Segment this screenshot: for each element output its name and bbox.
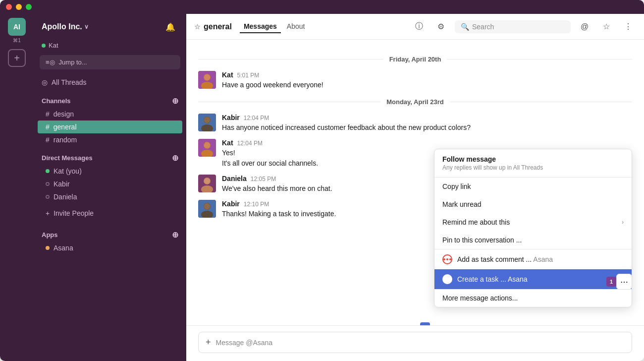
close-button[interactable] <box>6 4 12 10</box>
workspace-chevron-icon: ∨ <box>84 23 89 30</box>
asana-status-dot <box>46 246 50 250</box>
nav-rail: AI ⌘1 + <box>0 14 34 361</box>
search-bar[interactable]: 🔍 Search <box>455 20 571 33</box>
jump-to-button[interactable]: ≡◎ Jump to... <box>40 55 180 69</box>
more-options-button[interactable]: ⋯ <box>616 274 632 290</box>
more-icon[interactable]: ⋮ <box>620 19 636 35</box>
message-input-box[interactable]: + Message @Asana <box>198 332 632 353</box>
hash-icon: # <box>46 123 50 131</box>
add-app-icon[interactable]: ⊕ <box>172 230 178 240</box>
create-task-item[interactable]: Create a task ... Asana <box>434 269 632 289</box>
remind-me-item[interactable]: Remind me about this › <box>434 213 632 231</box>
mark-unread-item[interactable]: Mark unread <box>434 195 632 213</box>
tab-messages[interactable]: Messages <box>240 20 281 33</box>
pin-item[interactable]: Pin to this conversation ... <box>434 231 632 249</box>
message-body: Kabir 12:04 PM Has anyone noticed increa… <box>222 114 632 133</box>
search-placeholder: Search <box>472 23 494 31</box>
sidebar: Apollo Inc. ∨ 🔔 Kat ≡◎ Jump to... ◎ All … <box>34 14 186 361</box>
sidebar-item-daniela[interactable]: Daniela <box>38 190 182 203</box>
date-divider-1: Friday, April 20th <box>198 56 632 63</box>
avatar <box>198 71 216 89</box>
channel-tabs: Messages About <box>240 20 309 33</box>
notification-bell-icon[interactable]: 🔔 <box>162 19 178 35</box>
svg-point-11 <box>204 142 210 148</box>
channel-header: ☆ general Messages About ⓘ ⚙ 🔍 Search @ … <box>186 14 644 40</box>
offline-status-dot <box>46 195 50 199</box>
title-bar <box>0 0 644 14</box>
online-status-dot <box>46 169 50 173</box>
at-icon[interactable]: @ <box>577 19 592 35</box>
sidebar-item-general[interactable]: # general <box>38 120 182 133</box>
messages-area: Friday, April 20th Kat <box>186 40 644 325</box>
hash-icon: # <box>46 110 50 118</box>
info-icon[interactable]: ⓘ <box>411 19 427 35</box>
offline-status-dot <box>46 182 50 186</box>
avatar <box>198 200 216 218</box>
workspace-avatar[interactable]: AI <box>8 18 26 36</box>
avatar <box>198 139 216 157</box>
star-icon[interactable]: ☆ <box>598 19 614 35</box>
add-task-comment-item[interactable]: Add as task comment ... Asana <box>434 249 632 269</box>
main-content: ☆ general Messages About ⓘ ⚙ 🔍 Search @ … <box>186 14 644 361</box>
current-user: Kat <box>34 40 186 53</box>
maximize-button[interactable] <box>26 4 32 10</box>
context-menu: Follow message Any replies will show up … <box>434 149 632 307</box>
svg-point-7 <box>204 117 210 123</box>
asana-icon-create <box>442 274 452 284</box>
message-body: Kat 5:01 PM Have a good weekend everyone… <box>222 71 632 90</box>
gear-icon[interactable]: ⚙ <box>433 19 449 35</box>
all-threads-item[interactable]: ◎ All Threads <box>34 75 186 89</box>
badge-2: 2 <box>420 322 430 325</box>
apps-section-header: Apps ⊕ <box>34 223 186 241</box>
hash-icon: # <box>46 136 50 144</box>
table-row: Kabir 12:04 PM Has anyone noticed increa… <box>198 114 632 133</box>
badge-1: 1 <box>606 277 616 287</box>
svg-point-3 <box>204 74 210 80</box>
sidebar-header: Apollo Inc. ∨ 🔔 <box>34 14 186 40</box>
nav-shortcut: ⌘1 <box>13 38 21 43</box>
attach-icon[interactable]: + <box>206 337 211 348</box>
tab-about[interactable]: About <box>283 20 309 33</box>
copy-link-item[interactable]: Copy link <box>434 178 632 195</box>
add-channel-icon[interactable]: ⊕ <box>172 96 178 106</box>
message-input-placeholder: Message @Asana <box>216 339 273 347</box>
channels-section-header: Channels ⊕ <box>34 89 186 108</box>
plus-icon: + <box>46 209 50 217</box>
minimize-button[interactable] <box>16 4 22 10</box>
all-threads-icon: ◎ <box>42 78 48 86</box>
add-dm-icon[interactable]: ⊕ <box>172 153 178 163</box>
sidebar-item-design[interactable]: # design <box>38 108 182 120</box>
jump-to-icon: ≡◎ <box>46 59 55 66</box>
date-divider-2: Monday, April 23rd <box>198 98 632 106</box>
channel-title: ☆ general <box>194 22 232 31</box>
svg-point-19 <box>204 203 210 209</box>
avatar <box>198 175 216 192</box>
invite-people-button[interactable]: + Invite People <box>38 205 182 221</box>
asana-icon <box>442 254 452 264</box>
table-row: Kat 5:01 PM Have a good weekend everyone… <box>198 71 632 90</box>
sidebar-item-kat[interactable]: Kat (you) <box>38 165 182 178</box>
sidebar-item-kabir[interactable]: Kabir <box>38 178 182 190</box>
follow-message-item[interactable]: Follow message Any replies will show up … <box>434 149 632 178</box>
dm-section-header: Direct Messages ⊕ <box>34 146 186 165</box>
avatar <box>198 114 216 131</box>
sidebar-item-asana[interactable]: Asana <box>38 241 182 254</box>
channel-star-icon[interactable]: ☆ <box>194 23 201 31</box>
more-actions-item[interactable]: More message actions... <box>434 289 632 307</box>
user-status-dot <box>42 44 46 48</box>
add-workspace-button[interactable]: + <box>8 49 26 67</box>
sidebar-item-random[interactable]: # random <box>38 133 182 146</box>
chevron-right-icon: › <box>622 219 624 226</box>
message-input-area: + Message @Asana <box>186 325 644 361</box>
search-icon: 🔍 <box>461 23 469 31</box>
workspace-name[interactable]: Apollo Inc. ∨ <box>42 22 89 31</box>
svg-point-15 <box>204 178 210 184</box>
